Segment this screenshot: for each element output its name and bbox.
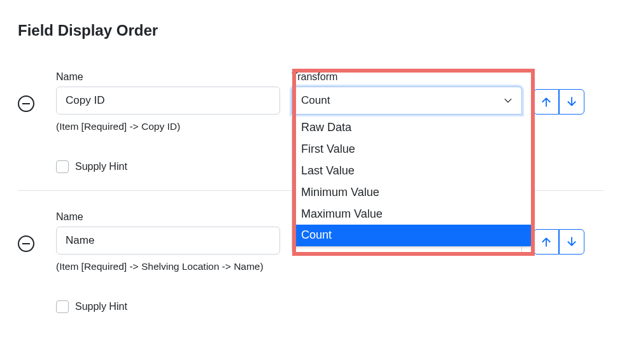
field-path: (Item [Required] -> Copy ID) xyxy=(56,121,280,132)
minus-icon xyxy=(22,243,30,244)
transform-select[interactable]: Count xyxy=(292,87,522,115)
name-label: Name xyxy=(56,211,280,223)
field-row: Name (Item [Required] -> Copy ID) Supply… xyxy=(18,71,604,190)
transform-option[interactable]: Maximum Value xyxy=(292,204,533,225)
move-down-button[interactable] xyxy=(559,229,584,255)
field-path: (Item [Required] -> Shelving Location ->… xyxy=(56,261,280,272)
supply-hint-label: Supply Hint xyxy=(75,161,127,172)
transform-option[interactable]: Raw Data xyxy=(292,117,533,139)
name-label: Name xyxy=(56,71,280,83)
name-input[interactable] xyxy=(56,87,280,115)
arrow-up-icon xyxy=(541,236,552,248)
supply-hint-checkbox[interactable] xyxy=(56,160,69,173)
transform-option[interactable]: First Value xyxy=(292,139,533,160)
supply-hint-label: Supply Hint xyxy=(75,301,127,312)
transform-selected-value: Count xyxy=(301,94,330,107)
name-input[interactable] xyxy=(56,227,280,255)
arrow-down-icon xyxy=(566,96,577,108)
arrow-up-icon xyxy=(541,96,552,108)
remove-field-button[interactable] xyxy=(18,95,34,112)
arrow-down-icon xyxy=(566,236,577,248)
transform-label: Transform xyxy=(292,71,522,83)
page-title: Field Display Order xyxy=(18,22,604,39)
supply-hint-checkbox[interactable] xyxy=(56,300,69,313)
transform-option[interactable]: Minimum Value xyxy=(292,182,533,204)
move-up-button[interactable] xyxy=(534,89,559,115)
remove-field-button[interactable] xyxy=(18,235,34,252)
transform-option[interactable]: Count xyxy=(292,225,533,246)
chevron-down-icon xyxy=(504,96,512,105)
minus-icon xyxy=(22,103,30,104)
transform-option[interactable]: Last Value xyxy=(292,160,533,182)
transform-dropdown: Raw DataFirst ValueLast ValueMinimum Val… xyxy=(292,117,534,247)
move-down-button[interactable] xyxy=(559,89,584,115)
move-up-button[interactable] xyxy=(534,229,559,255)
